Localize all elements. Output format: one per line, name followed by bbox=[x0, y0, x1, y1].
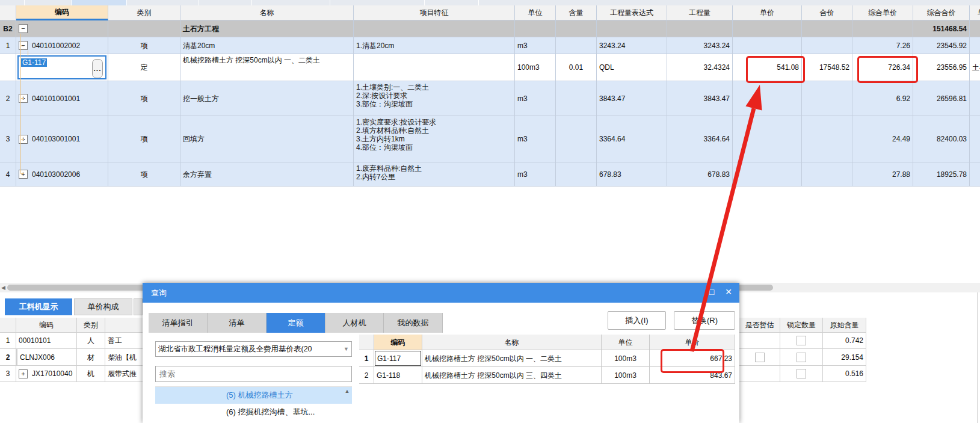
column-header[interactable]: 含量 bbox=[556, 5, 597, 20]
checkbox[interactable] bbox=[797, 336, 806, 345]
code-edit-cell[interactable]: G1-117... bbox=[17, 55, 106, 79]
column-header[interactable]: 是否暂估 bbox=[739, 318, 780, 333]
table-cell[interactable]: 24.49 bbox=[852, 116, 913, 162]
column-header[interactable]: 工程量 bbox=[667, 5, 733, 20]
table-cell[interactable]: 1 bbox=[0, 37, 16, 54]
ellipsis-button[interactable]: ... bbox=[92, 59, 103, 78]
list-item[interactable]: (7) 挖掘机挖淤泥、流砂 bbox=[155, 421, 352, 423]
table-cell[interactable] bbox=[556, 162, 597, 187]
table-cell[interactable] bbox=[733, 116, 802, 162]
table-cell[interactable]: 00010101 bbox=[16, 333, 77, 349]
table-cell[interactable]: m3 bbox=[515, 37, 556, 54]
column-header[interactable] bbox=[359, 335, 374, 350]
table-cell[interactable]: 2 bbox=[0, 349, 16, 366]
table-cell[interactable]: 土石 bbox=[970, 54, 980, 81]
list-item[interactable]: (5) 机械挖路槽土方 bbox=[155, 387, 352, 404]
table-cell[interactable]: 100m3 bbox=[602, 350, 650, 367]
table-cell[interactable] bbox=[556, 20, 597, 37]
table-cell[interactable]: 机械挖路槽土方 挖深50cm以内 一、二类土 bbox=[180, 54, 354, 81]
quota-book-dropdown[interactable]: 湖北省市政工程消耗量定额及全费用基价表(20 ▼ bbox=[155, 341, 352, 357]
tab-resources[interactable]: 人材机 bbox=[325, 313, 384, 333]
column-header[interactable]: 综合合价 bbox=[913, 5, 970, 20]
scroll-up-arrow-icon[interactable]: ▲ bbox=[344, 388, 351, 394]
table-row[interactable]: B2−土石方工程151468.54 bbox=[0, 20, 980, 37]
column-header[interactable] bbox=[0, 5, 16, 20]
table-cell[interactable]: 3364.64 bbox=[597, 116, 667, 162]
table-cell[interactable]: 1.清基20cm bbox=[354, 37, 515, 54]
list-item[interactable]: (6) 挖掘机挖沟槽、基坑... bbox=[155, 404, 352, 421]
collapse-icon[interactable]: − bbox=[19, 24, 28, 33]
selected-text[interactable]: G1-117 bbox=[21, 58, 47, 67]
table-cell[interactable]: m3 bbox=[515, 116, 556, 162]
table-cell[interactable] bbox=[739, 349, 780, 366]
table-cell[interactable]: 4 bbox=[0, 162, 16, 187]
table-cell[interactable] bbox=[780, 349, 823, 366]
expand-icon[interactable]: + bbox=[19, 369, 28, 378]
table-cell[interactable]: G1-118 bbox=[374, 367, 422, 384]
table-cell[interactable]: 项 bbox=[108, 116, 180, 162]
checkbox[interactable] bbox=[797, 353, 806, 362]
table-cell[interactable] bbox=[733, 81, 802, 116]
table-cell[interactable]: 回填方 bbox=[180, 116, 354, 162]
column-header[interactable]: 类别 bbox=[77, 318, 105, 333]
table-cell[interactable] bbox=[852, 20, 913, 37]
table-cell[interactable]: 1 bbox=[0, 333, 16, 349]
table-cell[interactable]: +040103002006 bbox=[16, 162, 108, 187]
column-header[interactable]: 单位 bbox=[515, 5, 556, 20]
table-cell[interactable]: 3243.24 bbox=[667, 37, 733, 54]
table-cell[interactable] bbox=[597, 20, 667, 37]
table-cell[interactable]: 27.88 bbox=[852, 162, 913, 187]
column-header[interactable]: 原始含量 bbox=[823, 318, 866, 333]
table-cell[interactable]: 项 bbox=[108, 81, 180, 116]
table-cell[interactable] bbox=[970, 20, 980, 37]
column-header[interactable]: 单价 bbox=[650, 335, 735, 350]
table-cell[interactable] bbox=[780, 333, 823, 349]
table-cell[interactable] bbox=[0, 54, 16, 81]
table-cell[interactable]: G1-117 bbox=[374, 350, 422, 367]
table-row[interactable]: 4+040103002006项余方弃置1.废弃料品种:自然土 2.内转7公里m3… bbox=[0, 162, 980, 187]
column-header[interactable]: 合价 bbox=[802, 5, 852, 20]
table-cell[interactable]: 0.742 bbox=[823, 333, 866, 349]
table-cell[interactable]: 3 bbox=[0, 116, 16, 162]
table-cell[interactable] bbox=[802, 162, 852, 187]
table-cell[interactable] bbox=[733, 20, 802, 37]
table-cell[interactable]: 17548.52 bbox=[802, 54, 852, 81]
table-cell[interactable] bbox=[354, 20, 515, 37]
table-cell[interactable]: B2 bbox=[0, 20, 16, 37]
table-cell[interactable] bbox=[515, 20, 556, 37]
table-cell[interactable]: +040103001001 bbox=[16, 116, 108, 162]
column-header[interactable]: 类别 bbox=[108, 5, 180, 20]
table-cell[interactable]: 3 bbox=[0, 366, 16, 382]
table-cell[interactable]: 6.92 bbox=[852, 81, 913, 116]
table-cell[interactable] bbox=[780, 366, 823, 382]
table-cell[interactable]: 机械挖路槽土方 挖深50cm以内 三、四类土 bbox=[422, 367, 602, 384]
replace-button[interactable]: 替换(R) bbox=[674, 311, 735, 330]
table-cell[interactable]: m3 bbox=[515, 162, 556, 187]
table-cell[interactable] bbox=[970, 116, 980, 162]
close-icon[interactable]: ✕ bbox=[723, 287, 735, 297]
table-cell[interactable]: G1-117... bbox=[16, 54, 108, 81]
focused-cell[interactable]: G1-117 bbox=[375, 351, 421, 366]
table-cell[interactable]: 23545.92 bbox=[913, 37, 970, 54]
table-cell[interactable]: 0.516 bbox=[823, 366, 866, 382]
table-cell[interactable]: 1.土壤类别:一、二类土 2.深:按设计要求 3.部位：沟渠坡面 bbox=[354, 81, 515, 116]
table-cell[interactable]: 项 bbox=[108, 37, 180, 54]
column-header[interactable] bbox=[0, 318, 16, 333]
table-cell[interactable]: 678.83 bbox=[597, 162, 667, 187]
table-cell[interactable] bbox=[970, 37, 980, 54]
scroll-left-arrow-icon[interactable]: ◀ bbox=[1, 285, 5, 291]
table-cell[interactable]: 100m3 bbox=[602, 367, 650, 384]
maximize-icon[interactable]: □ bbox=[706, 287, 718, 297]
dialog-title-bar[interactable]: 查询 □ ✕ bbox=[143, 283, 739, 303]
table-cell[interactable]: 机械挖路槽土方 挖深50cm以内 一、二类土 bbox=[422, 350, 602, 367]
table-cell[interactable] bbox=[970, 81, 980, 116]
table-row[interactable]: G1-117...定机械挖路槽土方 挖深50cm以内 一、二类土100m30.0… bbox=[0, 54, 980, 81]
column-header[interactable]: 编码 bbox=[16, 318, 77, 333]
table-cell[interactable]: 23556.95 bbox=[913, 54, 970, 81]
tab-my-data[interactable]: 我的数据 bbox=[384, 313, 443, 333]
tab-gongliaoji-display[interactable]: 工料机显示 bbox=[5, 298, 72, 315]
table-cell[interactable]: 2 bbox=[0, 81, 16, 116]
tab-quota[interactable]: 定额 bbox=[267, 313, 325, 333]
table-cell[interactable]: 3243.24 bbox=[597, 37, 667, 54]
table-cell[interactable] bbox=[733, 162, 802, 187]
